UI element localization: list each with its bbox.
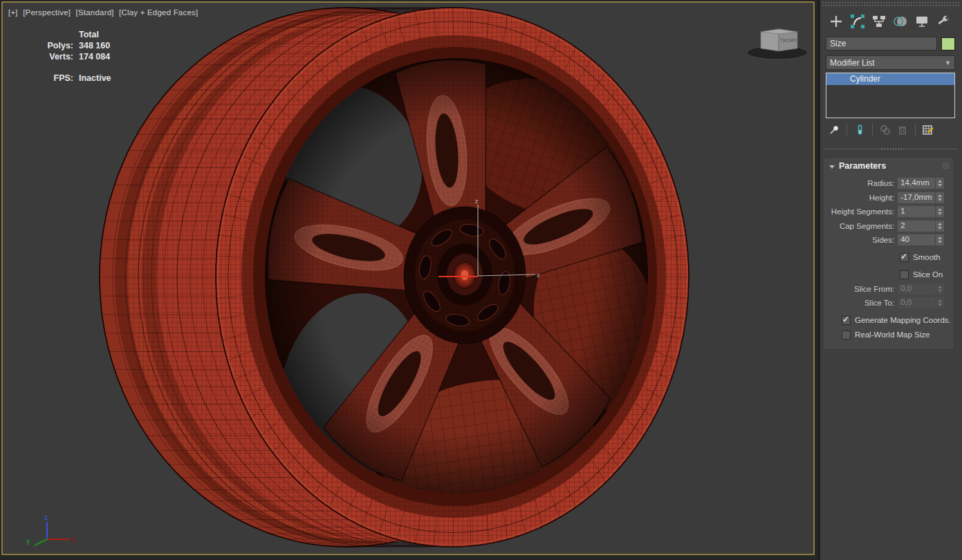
param-row-slice-from: Slice From: 0,0 (824, 282, 954, 297)
show-end-result-button[interactable] (853, 123, 867, 137)
rollout-title: Parameters (839, 161, 943, 171)
tab-motion[interactable] (890, 12, 910, 31)
generate-mapping-check-row: Generate Mapping Coords. (824, 313, 954, 328)
viewcube[interactable]: FRONT (747, 29, 808, 59)
gizmo-z-label: z (475, 198, 479, 205)
stats-verts-label: Verts: (21, 51, 73, 62)
tab-display[interactable] (912, 12, 932, 31)
sides-spinner[interactable] (936, 234, 944, 245)
real-world-check-row: Real-World Map Size (824, 328, 954, 342)
parameters-rollout-header[interactable]: Parameters (824, 158, 954, 174)
rollout-grip-icon (943, 162, 950, 169)
stats-fps-label: FPS: (21, 73, 73, 84)
slice-from-label: Slice From: (824, 285, 898, 293)
slice-to-input: 0,0 (898, 297, 935, 308)
trash-icon (896, 124, 909, 136)
modifier-stack-toolbar (820, 118, 962, 140)
generate-mapping-label: Generate Mapping Coords. (855, 316, 951, 324)
stats-verts-value: 174 084 (79, 51, 110, 62)
slice-on-label: Slice On (913, 270, 943, 279)
create-plus-icon (829, 14, 844, 29)
tab-utilities[interactable] (933, 12, 953, 31)
motion-icon (893, 14, 908, 29)
modifier-stack[interactable]: Cylinder (826, 73, 955, 118)
utilities-wrench-icon (936, 14, 951, 29)
height-input[interactable]: -17,0mm (898, 192, 935, 203)
viewcube-front-label: FRONT (779, 38, 797, 43)
slice-to-label: Slice To: (824, 299, 898, 307)
real-world-label: Real-World Map Size (855, 330, 929, 339)
panel-drag-grip[interactable] (822, 1, 961, 8)
slice-from-input: 0,0 (898, 283, 935, 295)
modifier-list-dropdown[interactable]: Modifier List ▼ (826, 55, 955, 70)
perspective-viewport[interactable]: z x FRONT z x y (1, 1, 815, 555)
generate-mapping-checkbox[interactable] (842, 316, 851, 325)
configure-sets-icon (922, 124, 934, 136)
radius-label: Radius: (824, 179, 898, 187)
stats-total-header: Total (79, 29, 99, 40)
display-monitor-icon (914, 14, 929, 29)
height-label: Height: (824, 194, 898, 202)
command-panel: Size Modifier List ▼ Cylinder (820, 0, 962, 560)
object-color-swatch[interactable] (941, 37, 955, 50)
panel-splitter[interactable] (824, 149, 958, 153)
command-panel-tabs (820, 8, 962, 34)
slice-on-check-row: Slice On (824, 268, 954, 282)
cap-segments-input[interactable]: 2 (898, 221, 935, 232)
statistics-overlay: Total Polys: 348 160 Verts: 174 084 FPS:… (21, 29, 111, 84)
test-tube-icon (853, 124, 866, 136)
parameters-rollout: Parameters Radius: 14,4mm Height: -17,0m… (824, 158, 954, 349)
param-row-height: Height: -17,0mm (824, 191, 954, 205)
viewport-general-menu[interactable]: [+] (8, 8, 18, 17)
param-row-sides: Sides: 40 (824, 233, 954, 248)
wheel-model[interactable]: z x FRONT z x y (3, 3, 815, 555)
viewport-pov-menu[interactable]: [Perspective] (23, 8, 71, 17)
stats-polys-value: 348 160 (79, 40, 110, 51)
collapse-triangle-icon (829, 165, 835, 169)
param-row-slice-to: Slice To: 0,0 (824, 296, 954, 310)
slice-on-checkbox[interactable] (900, 270, 909, 279)
configure-modifier-sets-button[interactable] (921, 123, 935, 137)
pin-icon (828, 124, 840, 136)
remove-modifier-button[interactable] (896, 123, 909, 137)
viewport-style-menu[interactable]: [Standard] (76, 8, 114, 17)
axis-y-label: y (26, 537, 30, 545)
cap-segments-label: Cap Segments: (824, 222, 898, 230)
radius-input[interactable]: 14,4mm (898, 178, 935, 189)
modify-icon (850, 14, 865, 29)
tab-modify[interactable] (847, 12, 867, 31)
tab-create[interactable] (826, 12, 846, 31)
axis-x-label: x (71, 536, 75, 543)
tab-hierarchy[interactable] (869, 12, 889, 31)
cap-segments-spinner[interactable] (936, 221, 944, 232)
stats-polys-label: Polys: (21, 40, 73, 51)
stack-item-cylinder[interactable]: Cylinder (826, 73, 954, 85)
slice-from-spinner (936, 283, 944, 295)
viewport-label: [+] [Perspective] [Standard] [Clay + Edg… (8, 8, 201, 17)
object-name-field[interactable]: Size (826, 37, 937, 50)
chevron-down-icon: ▼ (945, 59, 951, 66)
smooth-check-row: Smooth (824, 250, 954, 265)
axis-z-label: z (44, 514, 48, 521)
pin-stack-button[interactable] (827, 123, 841, 137)
real-world-checkbox[interactable] (842, 330, 851, 339)
height-spinner[interactable] (936, 192, 944, 203)
height-segments-spinner[interactable] (936, 206, 944, 217)
make-unique-icon (879, 124, 891, 136)
param-row-radius: Radius: 14,4mm (824, 176, 954, 191)
stats-fps-value: Inactive (79, 73, 111, 84)
hierarchy-icon (871, 14, 887, 29)
viewport-shading-menu[interactable]: [Clay + Edged Faces] (119, 8, 198, 17)
smooth-checkbox[interactable] (900, 253, 909, 262)
param-row-height-segments: Height Segments: 1 (824, 205, 954, 219)
height-segments-input[interactable]: 1 (898, 206, 935, 217)
sides-label: Sides: (824, 236, 898, 244)
gizmo-x-label: x (537, 272, 540, 279)
modifier-list-label: Modifier List (830, 58, 875, 68)
make-unique-button[interactable] (878, 123, 892, 137)
height-segments-label: Height Segments: (824, 207, 898, 216)
sides-input[interactable]: 40 (898, 234, 935, 245)
viewport-frame: z x FRONT z x y (0, 0, 817, 560)
world-axis-tripod: z x y (26, 514, 75, 545)
radius-spinner[interactable] (936, 178, 944, 189)
